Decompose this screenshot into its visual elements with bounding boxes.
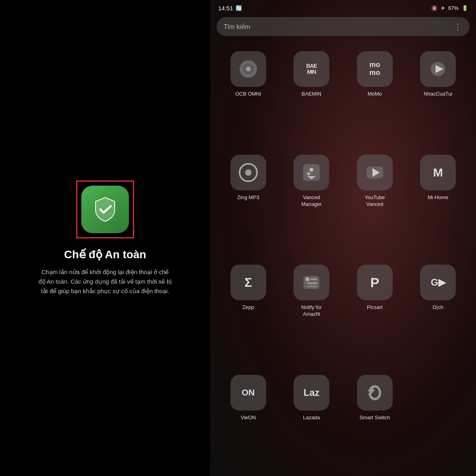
app-icon-ocb-omni xyxy=(230,51,266,87)
app-icon-zepp: Σ xyxy=(230,265,266,300)
svg-point-10 xyxy=(307,172,310,175)
app-item-vanced-manager[interactable]: Vanced Manager xyxy=(280,149,344,259)
left-panel: Chế độ An toàn Chạm lần nữa để khởi động… xyxy=(0,0,210,476)
app-label-momo: MoMo xyxy=(368,91,382,98)
app-icon-zing-mp3 xyxy=(230,155,266,190)
app-item-nhaccuatui[interactable]: NhacCuaTui xyxy=(407,46,470,149)
app-icon-youtube-vanced xyxy=(357,155,393,190)
svg-point-8 xyxy=(309,168,313,172)
safe-mode-app-icon[interactable] xyxy=(81,186,129,233)
status-time: 14:51 xyxy=(218,5,233,12)
app-item-momo[interactable]: momoMoMo xyxy=(343,46,407,149)
status-icons-area: 🔇 ✈ 67% 🔋 xyxy=(431,5,468,11)
app-icon-notify-amazfit xyxy=(294,265,329,300)
app-item-vieon[interactable]: ONVieON xyxy=(217,369,280,473)
app-item-baemin[interactable]: BAEMINBAEMIN xyxy=(280,46,344,149)
app-icon-picsart: P xyxy=(357,265,393,300)
app-item-zepp[interactable]: ΣZepp xyxy=(217,259,280,369)
app-label-baemin: BAEMIN xyxy=(301,91,321,98)
safe-mode-icon-highlight xyxy=(76,180,134,238)
app-item-dich[interactable]: G▶Dịch xyxy=(407,259,470,369)
app-item-notify-amazfit[interactable]: Notify for Amazfit xyxy=(280,259,344,369)
app-item-zing-mp3[interactable]: Zing MP3 xyxy=(217,149,280,259)
app-label-dich: Dịch xyxy=(433,304,443,311)
app-icon-momo: momo xyxy=(357,51,393,87)
app-icon-vanced-manager xyxy=(294,155,329,190)
app-item-lazada[interactable]: LazLazada xyxy=(280,369,344,473)
app-icon-lazada: Laz xyxy=(294,375,329,411)
airplane-icon: ✈ xyxy=(441,5,445,11)
app-icon-smart-switch xyxy=(357,375,393,411)
battery-percent: 67% xyxy=(448,5,459,11)
search-bar-container: Tìm kiếm ⋮ xyxy=(210,14,476,42)
right-panel: 14:51 🔄 🔇 ✈ 67% 🔋 Tìm kiếm ⋮ OCB OMNIBAE… xyxy=(210,0,476,476)
svg-point-14 xyxy=(305,277,309,281)
status-time-area: 14:51 🔄 xyxy=(218,5,242,12)
app-icon-nhaccuatui xyxy=(420,51,456,87)
app-label-mi-home: Mi Home xyxy=(428,194,448,201)
status-bar: 14:51 🔄 🔇 ✈ 67% 🔋 xyxy=(210,0,476,14)
safe-mode-title: Chế độ An toàn xyxy=(64,248,146,261)
app-label-ocb-omni: OCB OMNI xyxy=(235,91,261,98)
app-icon-mi-home: M xyxy=(420,155,456,190)
app-item-youtube-vanced[interactable]: YouTube Vanced xyxy=(343,149,407,259)
status-sync-icon: 🔄 xyxy=(236,5,242,11)
safe-mode-description: Chạm lần nữa để khởi động lại điện thoại… xyxy=(38,267,173,296)
app-label-nhaccuatui: NhacCuaTui xyxy=(424,91,452,98)
search-bar[interactable]: Tìm kiếm ⋮ xyxy=(217,17,470,36)
app-item-ocb-omni[interactable]: OCB OMNI xyxy=(217,46,280,149)
app-label-youtube-vanced: YouTube Vanced xyxy=(357,194,393,208)
app-label-notify-amazfit: Notify for Amazfit xyxy=(294,304,329,318)
search-more-icon[interactable]: ⋮ xyxy=(454,22,463,31)
search-placeholder: Tìm kiếm xyxy=(224,23,250,31)
app-grid: OCB OMNIBAEMINBAEMINmomoMoMoNhacCuaTuiZi… xyxy=(210,42,476,476)
app-item-mi-home[interactable]: MMi Home xyxy=(407,149,470,259)
svg-point-6 xyxy=(245,169,251,176)
app-label-zepp: Zepp xyxy=(242,304,254,311)
app-icon-vieon: ON xyxy=(230,375,266,411)
app-icon-dich: G▶ xyxy=(420,265,456,300)
app-label-smart-switch: Smart Switch xyxy=(359,415,390,421)
app-item-smart-switch[interactable]: Smart Switch xyxy=(343,369,407,473)
battery-icon: 🔋 xyxy=(462,5,468,11)
app-label-zing-mp3: Zing MP3 xyxy=(237,194,259,201)
svg-point-2 xyxy=(246,67,251,71)
app-label-vanced-manager: Vanced Manager xyxy=(294,194,329,208)
app-label-vieon: VieON xyxy=(241,415,256,421)
silent-icon: 🔇 xyxy=(431,5,438,11)
app-item-picsart[interactable]: PPicsart xyxy=(343,259,407,369)
app-label-picsart: Picsart xyxy=(367,304,383,311)
app-icon-baemin: BAEMIN xyxy=(294,51,329,87)
app-label-lazada: Lazada xyxy=(303,415,320,421)
